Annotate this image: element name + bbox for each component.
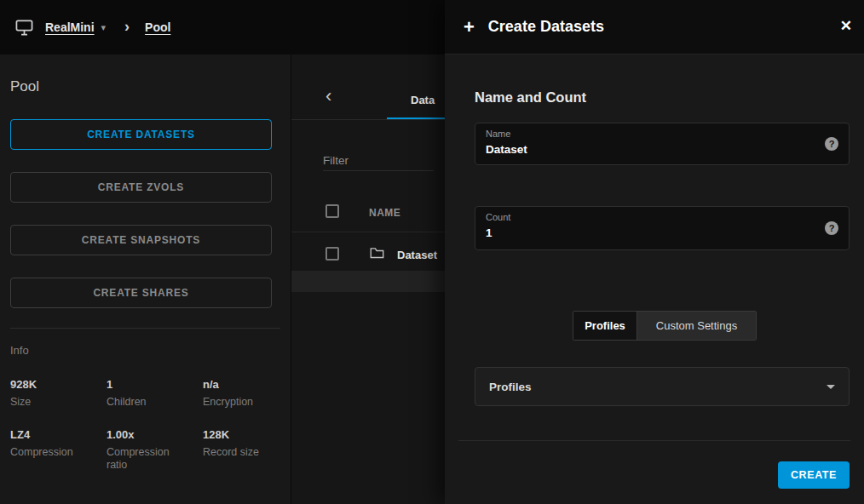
create-datasets-button[interactable]: CREATE DATASETS [10,119,272,150]
settings-toggle-group: Profiles Custom Settings [573,311,757,341]
name-field: Name ? [475,123,850,165]
name-column-header: NAME [369,207,400,219]
drawer-title: Create Datasets [488,18,604,36]
tab-data[interactable]: Data [411,94,435,106]
info-stats-grid: 928K Size 1 Children n/a Encryption LZ4 … [10,378,299,472]
count-field: Count ? [475,206,850,250]
sidebar-divider [10,328,280,329]
chevron-down-icon [827,385,835,389]
row-checkbox[interactable] [325,247,339,261]
profiles-select[interactable]: Profiles [475,367,850,406]
create-snapshots-button[interactable]: CREATE SNAPSHOTS [10,225,272,255]
stat-compression-ratio: 1.00x Compression ratio [107,428,203,472]
drawer-header: + Create Datasets ✕ [445,0,864,54]
stat-compression: LZ4 Compression [10,428,107,472]
count-field-label: Count [486,212,838,222]
tab-profiles[interactable]: Profiles [573,312,636,340]
stat-record-size: 128K Record size [203,428,299,472]
dataset-panel: ‹ Data NAME Dataset [291,54,445,504]
collapse-panel-button[interactable]: ‹ [325,87,331,106]
count-help-icon[interactable]: ? [825,221,838,235]
create-button[interactable]: CREATE [778,461,850,489]
create-shares-button[interactable]: CREATE SHARES [10,278,272,308]
create-zvols-button[interactable]: CREATE ZVOLS [10,172,272,203]
name-input[interactable] [486,143,809,156]
pool-sidebar: Pool CREATE DATASETS CREATE ZVOLS CREATE… [0,54,291,504]
row-highlight-strip [291,271,445,292]
stat-encryption: n/a Encryption [203,378,299,410]
stat-children: 1 Children [107,378,203,410]
breadcrumb-system-name[interactable]: RealMini [45,20,95,34]
plus-icon: + [464,16,475,38]
stat-size: 928K Size [10,378,107,410]
name-field-label: Name [486,129,838,139]
folder-icon [370,247,384,259]
section-title: Name and Count [475,89,586,106]
dataset-name: Dataset [397,249,437,261]
close-icon[interactable]: ✕ [840,17,852,35]
sidebar-title: Pool [10,78,39,95]
info-section-title: Info [10,344,29,357]
select-all-checkbox[interactable] [325,204,339,218]
filter-input[interactable] [323,151,434,171]
name-help-icon[interactable]: ? [825,137,838,151]
table-header: NAME [291,198,445,232]
table-row[interactable]: Dataset [291,235,445,271]
chevron-down-icon[interactable]: ▾ [101,22,107,33]
footer-divider [458,440,850,441]
count-input[interactable] [486,226,809,239]
tab-custom-settings[interactable]: Custom Settings [636,312,756,340]
table-header-divider [291,232,445,232]
system-monitor-icon [15,20,33,36]
chevron-right-icon: › [124,18,130,36]
breadcrumb-pool[interactable]: Pool [145,20,170,34]
screen: RealMini ▾ › Pool Pool CREATE DATASETS C… [0,0,864,504]
create-datasets-drawer: + Create Datasets ✕ Name and Count Name … [445,0,864,504]
tabbar-divider [291,119,445,120]
